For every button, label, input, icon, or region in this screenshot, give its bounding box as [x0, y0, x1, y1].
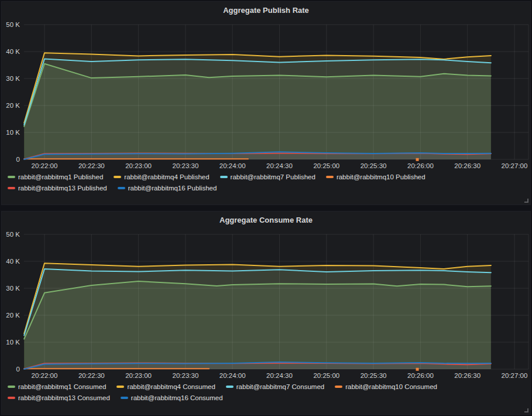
legend-series-swatch	[8, 187, 15, 189]
legend-series-swatch	[8, 176, 15, 178]
panel-aggregate-publish-rate: Aggregate Publish Rate 010 K20 K30 K40 K…	[1, 1, 531, 205]
x-axis-tick-label: 20:23:30	[173, 162, 199, 169]
legend-series-swatch	[326, 176, 334, 178]
legend-item[interactable]: rabbit@rabbitmq4 Published	[114, 173, 209, 181]
y-axis-tick-label: 50 K	[6, 231, 20, 238]
y-axis-tick-label: 10 K	[6, 339, 20, 346]
series-fills	[24, 53, 491, 159]
legend: rabbit@rabbitmq1 Consumedrabbit@rabbitmq…	[2, 381, 530, 402]
legend-item[interactable]: rabbit@rabbitmq16 Consumed	[121, 394, 223, 402]
panel-resize-handle[interactable]	[524, 408, 528, 412]
legend-item[interactable]: rabbit@rabbitmq16 Published	[118, 184, 217, 192]
y-axis-tick-label: 40 K	[6, 258, 20, 265]
series-area	[24, 59, 491, 159]
legend-series-label: rabbit@rabbitmq4 Consumed	[127, 383, 215, 391]
x-axis-tick-label: 20:25:30	[361, 162, 387, 169]
legend-series-swatch	[118, 187, 125, 189]
x-axis-tick-label: 20:22:30	[78, 162, 105, 169]
legend: rabbit@rabbitmq1 Publishedrabbit@rabbitm…	[2, 172, 530, 192]
x-axis-tick-label: 20:22:30	[78, 372, 105, 379]
x-axis-tick-label: 20:24:00	[219, 372, 246, 379]
x-axis-tick-label: 20:27:00	[502, 372, 528, 379]
series-fills	[24, 263, 491, 369]
y-axis-tick-label: 0	[16, 156, 20, 163]
legend-series-label: rabbit@rabbitmq4 Published	[124, 173, 209, 181]
x-axis-tick-label: 20:24:30	[266, 372, 293, 379]
x-axis-tick-label: 20:26:30	[454, 372, 480, 379]
y-axis-tick-label: 40 K	[6, 48, 20, 55]
legend-series-swatch	[8, 386, 15, 388]
legend-series-swatch	[114, 176, 121, 178]
legend-series-label: rabbit@rabbitmq16 Published	[128, 184, 217, 192]
legend-item[interactable]: rabbit@rabbitmq1 Published	[8, 173, 103, 181]
legend-series-label: rabbit@rabbitmq10 Consumed	[345, 383, 437, 391]
legend-series-label: rabbit@rabbitmq7 Consumed	[236, 383, 324, 391]
x-axis-tick-label: 20:26:00	[407, 372, 434, 379]
x-axis-tick-label: 20:26:30	[454, 162, 480, 169]
legend-series-swatch	[335, 386, 342, 388]
legend-series-label: rabbit@rabbitmq1 Consumed	[18, 383, 106, 391]
legend-series-swatch	[226, 386, 234, 388]
legend-series-label: rabbit@rabbitmq16 Consumed	[131, 394, 223, 402]
legend-series-swatch	[121, 397, 128, 399]
legend-series-swatch	[8, 397, 15, 399]
x-axis-tick-label: 20:23:00	[125, 372, 152, 379]
y-axis-tick-label: 30 K	[6, 285, 20, 292]
legend-item[interactable]: rabbit@rabbitmq4 Consumed	[116, 383, 215, 391]
legend-series-label: rabbit@rabbitmq13 Published	[18, 184, 107, 192]
panel-title[interactable]: Aggregate Consume Rate	[2, 212, 530, 226]
x-axis-tick-label: 20:25:00	[313, 162, 339, 169]
panel-resize-handle[interactable]	[524, 199, 528, 203]
legend-item[interactable]: rabbit@rabbitmq10 Consumed	[335, 383, 437, 391]
x-axis-tick-label: 20:26:00	[407, 162, 434, 169]
x-axis-tick-label: 20:23:00	[125, 162, 152, 169]
x-axis-tick-label: 20:25:30	[361, 372, 387, 379]
legend-item[interactable]: rabbit@rabbitmq13 Published	[8, 184, 107, 192]
legend-series-label: rabbit@rabbitmq10 Published	[337, 173, 425, 181]
x-axis-tick-label: 20:22:00	[32, 372, 58, 379]
legend-series-swatch	[220, 176, 228, 178]
x-axis-tick-label: 20:27:00	[502, 162, 528, 169]
series-point-marker	[416, 368, 419, 371]
series-point-marker	[416, 158, 419, 161]
x-axis-tick-label: 20:22:00	[32, 162, 58, 169]
legend-series-label: rabbit@rabbitmq7 Published	[231, 173, 315, 181]
x-axis-tick-label: 20:23:30	[173, 372, 199, 379]
x-axis-tick-label: 20:24:30	[266, 162, 293, 169]
x-axis-tick-label: 20:25:00	[313, 372, 339, 379]
consume-rate-chart[interactable]: 010 K20 K30 K40 K50 K20:22:0020:22:3020:…	[2, 226, 530, 381]
legend-series-label: rabbit@rabbitmq1 Published	[18, 173, 103, 181]
publish-rate-chart[interactable]: 010 K20 K30 K40 K50 K20:22:0020:22:3020:…	[2, 16, 530, 172]
legend-series-swatch	[116, 386, 124, 388]
legend-item[interactable]: rabbit@rabbitmq13 Consumed	[8, 394, 110, 402]
legend-item[interactable]: rabbit@rabbitmq10 Published	[326, 173, 425, 181]
panel-title[interactable]: Aggregate Publish Rate	[2, 2, 530, 16]
legend-item[interactable]: rabbit@rabbitmq1 Consumed	[8, 383, 106, 391]
y-axis-tick-label: 20 K	[6, 312, 20, 319]
y-axis-tick-label: 10 K	[6, 129, 20, 136]
y-axis-tick-label: 0	[16, 366, 20, 373]
legend-series-label: rabbit@rabbitmq13 Consumed	[18, 394, 110, 402]
x-axis-tick-label: 20:24:00	[219, 162, 246, 169]
y-axis-tick-label: 30 K	[6, 75, 20, 82]
panel-aggregate-consume-rate: Aggregate Consume Rate 010 K20 K30 K40 K…	[1, 211, 531, 415]
y-axis-tick-label: 50 K	[6, 21, 20, 28]
legend-item[interactable]: rabbit@rabbitmq7 Published	[220, 173, 315, 181]
legend-item[interactable]: rabbit@rabbitmq7 Consumed	[226, 383, 324, 391]
y-axis-tick-label: 20 K	[6, 102, 20, 109]
